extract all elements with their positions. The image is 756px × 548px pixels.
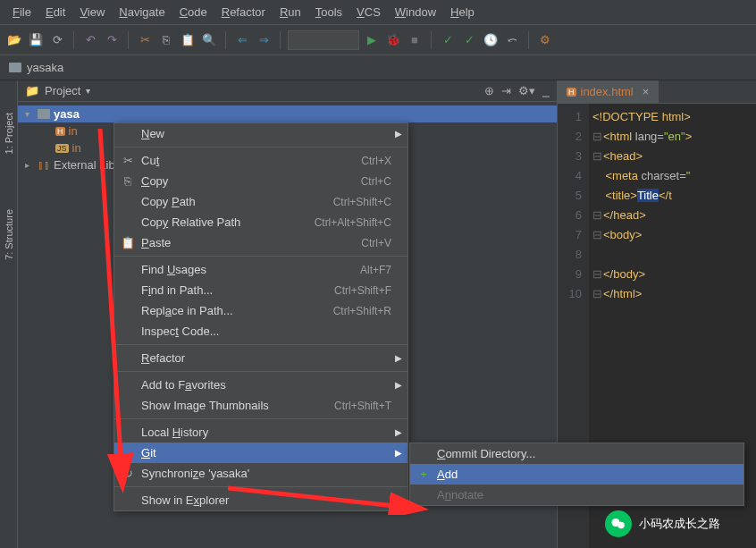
editor-tab-label: index.html [581, 85, 634, 98]
search-icon[interactable]: 🔍 [200, 31, 218, 49]
menu-code[interactable]: Code [174, 4, 213, 21]
ctx-show-image-thumbnails[interactable]: Show Image ThumbnailsCtrl+Shift+T [114, 395, 407, 416]
sub-commit-directory-[interactable]: Commit Directory... [410, 443, 743, 464]
save-icon[interactable]: 💾 [27, 31, 45, 49]
tree-root-label: yasa [54, 107, 80, 121]
settings-icon[interactable]: ⚙ [536, 31, 554, 49]
ctx-local-history[interactable]: Local History▶ [114, 422, 407, 443]
copy-icon[interactable]: ⎘ [157, 31, 175, 49]
forward-icon[interactable]: ⇒ [255, 31, 273, 49]
vcs-history-icon[interactable]: 🕓 [482, 31, 500, 49]
project-view-label[interactable]: Project [45, 84, 80, 97]
folder-icon [9, 63, 21, 72]
js-file-icon: JS [55, 144, 69, 153]
caret-down-icon: ▾ [25, 109, 34, 119]
tree-root[interactable]: ▾ yasa [18, 105, 557, 122]
wechat-icon [605, 510, 632, 537]
vcs-update-icon[interactable]: ✓ [439, 31, 457, 49]
ctx-find-usages[interactable]: Find UsagesAlt+F7 [114, 259, 407, 280]
ctx-copy-path[interactable]: Copy PathCtrl+Shift+C [114, 191, 407, 212]
menu-vcs[interactable]: VCS [351, 4, 386, 21]
ctx-paste[interactable]: 📋PasteCtrl+V [114, 232, 407, 253]
gear-icon[interactable]: ⚙▾ [518, 84, 535, 97]
breadcrumb: yasaka [0, 55, 756, 80]
run-icon[interactable]: ▶ [363, 31, 381, 49]
sub-annotate: Annotate [410, 485, 743, 505]
ctx-show-in-explorer[interactable]: Show in Explorer [114, 490, 407, 510]
vcs-revert-icon[interactable]: ⤺ [503, 31, 521, 49]
editor-tab-index[interactable]: H index.html × [558, 80, 659, 103]
paste-icon: 📋 [121, 236, 135, 249]
chevron-right-icon: ▶ [395, 129, 402, 139]
ctx-copy[interactable]: ⎘CopyCtrl+C [114, 171, 407, 191]
folder-icon [38, 109, 50, 119]
plus-icon: + [416, 468, 431, 481]
sub-add[interactable]: +Add [410, 464, 743, 485]
chevron-right-icon: ▶ [395, 427, 402, 437]
svg-point-3 [617, 522, 625, 529]
caret-right-icon: ▸ [25, 160, 34, 170]
project-view-icon: 📁 [25, 84, 39, 97]
menu-view[interactable]: View [74, 4, 110, 21]
context-menu: New▶✂CutCtrl+X⎘CopyCtrl+CCopy PathCtrl+S… [113, 122, 408, 511]
sidebar-tab-structure[interactable]: 7: Structure [2, 204, 16, 266]
menu-help[interactable]: Help [445, 4, 480, 21]
undo-icon[interactable]: ↶ [81, 31, 99, 49]
scroll-from-source-icon[interactable]: ⊕ [484, 84, 494, 97]
ctx-replace-in-path-[interactable]: Replace in Path...Ctrl+Shift+R [114, 300, 407, 321]
menu-run[interactable]: Run [274, 4, 307, 21]
sync-icon[interactable]: ⟳ [48, 31, 66, 49]
tool-window-bar-left: 1: Project 7: Structure [0, 80, 18, 548]
chevron-right-icon: ▶ [395, 380, 402, 390]
menu-edit[interactable]: Edit [40, 4, 71, 21]
run-config-selector[interactable] [288, 30, 359, 50]
tree-item-label: in [69, 124, 78, 138]
chevron-right-icon: ▶ [395, 448, 402, 458]
watermark: 小码农成长之路 [605, 510, 720, 537]
copy-icon: ⎘ [121, 174, 135, 188]
watermark-text: 小码农成长之路 [639, 516, 720, 532]
back-icon[interactable]: ⇐ [233, 31, 251, 49]
debug-icon[interactable]: 🐞 [384, 31, 402, 49]
ctx-refactor[interactable]: Refactor▶ [114, 348, 407, 368]
redo-icon[interactable]: ↷ [103, 31, 121, 49]
library-icon: ⫿⫿ [38, 158, 50, 172]
ctx-inspect-code-[interactable]: Inspect Code... [114, 321, 407, 341]
close-icon[interactable]: × [643, 85, 650, 98]
menu-window[interactable]: Window [390, 4, 441, 21]
ctx-find-in-path-[interactable]: Find in Path...Ctrl+Shift+F [114, 280, 407, 300]
hide-icon[interactable]: ⎯ [542, 84, 550, 97]
ctx-copy-relative-path[interactable]: Copy Relative PathCtrl+Alt+Shift+C [114, 212, 407, 232]
synchronize 'yasaka'-icon: ↻ [121, 467, 135, 480]
open-folder-icon[interactable]: 📂 [5, 31, 23, 49]
ctx-git[interactable]: Git▶Commit Directory...+AddAnnotate [114, 443, 407, 463]
paste-icon[interactable]: 📋 [179, 31, 197, 49]
cut-icon[interactable]: ✂ [136, 31, 154, 49]
dropdown-icon[interactable]: ▾ [86, 86, 90, 96]
ctx-add-to-favorites[interactable]: Add to Favorites▶ [114, 375, 407, 395]
collapse-all-icon[interactable]: ⇥ [501, 84, 511, 97]
menu-file[interactable]: File [7, 4, 37, 21]
tree-item-label: in [72, 141, 81, 155]
menu-tools[interactable]: Tools [310, 4, 348, 21]
menu-refactor[interactable]: Refactor [216, 4, 271, 21]
stop-icon[interactable]: ■ [406, 31, 424, 49]
cut-icon: ✂ [121, 154, 135, 167]
toolbar: 📂 💾 ⟳ ↶ ↷ ✂ ⎘ 📋 🔍 ⇐ ⇒ ▶ 🐞 ■ ✓ ✓ 🕓 ⤺ ⚙ [0, 25, 756, 55]
html-file-icon: H [567, 88, 576, 97]
menubar: FileEditViewNavigateCodeRefactorRunTools… [0, 0, 756, 25]
menu-navigate[interactable]: Navigate [113, 4, 170, 21]
sidebar-tab-project[interactable]: 1: Project [2, 107, 16, 159]
html-file-icon: H [55, 127, 65, 136]
ctx-new[interactable]: New▶ [114, 123, 407, 144]
vcs-commit-icon[interactable]: ✓ [460, 31, 478, 49]
ctx-cut[interactable]: ✂CutCtrl+X [114, 150, 407, 171]
ctx-synchronize-yasaka-[interactable]: ↻Synchronize 'yasaka' [114, 463, 407, 484]
chevron-right-icon: ▶ [395, 353, 402, 363]
breadcrumb-project[interactable]: yasaka [27, 61, 63, 74]
git-submenu: Commit Directory...+AddAnnotate [409, 443, 744, 506]
